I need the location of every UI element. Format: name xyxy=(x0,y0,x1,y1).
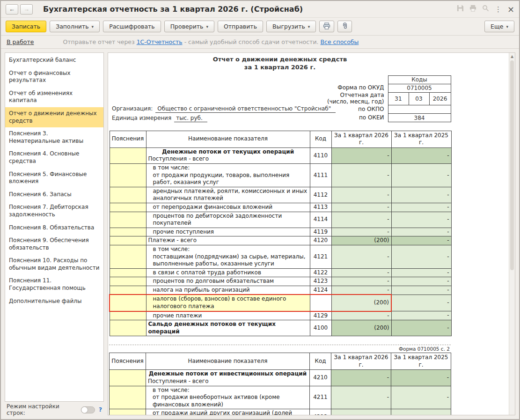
explanation-cell[interactable] xyxy=(110,163,146,187)
explanation-cell[interactable] xyxy=(110,236,146,245)
value-2026-cell[interactable]: - xyxy=(331,203,391,212)
value-2026-cell[interactable]: - xyxy=(331,147,391,163)
reporting-service-link[interactable]: 1С-Отчетность xyxy=(137,38,183,45)
sidebar-item[interactable]: Пояснения 6. Запасы xyxy=(5,188,103,201)
write-button[interactable]: Записать xyxy=(6,21,46,32)
value-2025-cell[interactable]: - xyxy=(391,147,451,163)
codes-value-cell[interactable]: 384 xyxy=(388,114,451,122)
sidebar-item[interactable]: Отчет об изменениях капитала xyxy=(5,87,103,107)
value-2025-cell[interactable]: - xyxy=(391,320,451,336)
value-2025-cell[interactable]: - xyxy=(391,187,451,203)
sidebar-item[interactable]: Пояснения 4. Основные средства xyxy=(5,147,103,168)
value-2026-cell[interactable]: - xyxy=(331,228,391,236)
all-methods-link[interactable]: Все способы xyxy=(320,38,359,45)
save-icon[interactable] xyxy=(457,5,464,14)
value-2025-cell[interactable]: - xyxy=(391,286,451,295)
value-2026-cell[interactable]: - xyxy=(331,386,391,409)
explanation-cell[interactable] xyxy=(110,245,146,268)
value-2025-cell[interactable]: - xyxy=(391,212,451,228)
sidebar-item[interactable]: Дополнительные файлы xyxy=(5,295,103,308)
value-2025-cell[interactable]: - xyxy=(391,370,451,386)
explanation-cell[interactable] xyxy=(110,286,146,295)
explanation-cell[interactable] xyxy=(110,187,146,203)
value-2026-cell[interactable]: - xyxy=(331,311,391,320)
unit-value[interactable]: тыс. руб. xyxy=(174,115,207,122)
codes-value-cell[interactable]: 03 xyxy=(409,92,429,105)
indicator-name-cell: Платежи - всего xyxy=(146,236,310,245)
scroll-up-icon[interactable]: ▲ xyxy=(509,53,515,59)
export-button[interactable]: Выгрузить▾ xyxy=(266,21,316,32)
organization-value[interactable]: Общество с ограниченной ответственностью… xyxy=(155,105,336,113)
close-icon[interactable]: × xyxy=(507,5,514,14)
send-button[interactable]: Отправить xyxy=(218,21,263,32)
value-2026-cell[interactable]: (200) xyxy=(331,236,391,245)
decode-button[interactable]: Расшифровать xyxy=(103,21,161,32)
value-2026-cell[interactable]: - xyxy=(331,286,391,295)
sidebar-item[interactable]: Пояснения 9. Обеспечения обязательств xyxy=(5,234,103,254)
value-2025-cell[interactable]: - xyxy=(391,245,451,268)
value-2026-cell[interactable]: (200) xyxy=(331,295,391,311)
explanation-cell[interactable] xyxy=(110,268,146,277)
codes-value-cell[interactable]: 2026 xyxy=(429,92,451,105)
help-link[interactable]: ? xyxy=(99,406,102,413)
value-2025-cell[interactable]: - xyxy=(391,311,451,320)
value-2026-cell[interactable]: - xyxy=(331,245,391,268)
sidebar-item[interactable]: Пояснения 5. Финансовые вложения xyxy=(5,168,103,188)
explanation-cell[interactable] xyxy=(110,228,146,236)
value-2026-cell[interactable]: - xyxy=(331,370,391,386)
check-button[interactable]: Проверить▾ xyxy=(164,21,214,32)
sidebar-item[interactable]: Пояснения 7. Дебиторская задолженность xyxy=(5,201,103,221)
explanation-cell[interactable] xyxy=(110,295,146,311)
explanation-cell[interactable] xyxy=(110,203,146,212)
explanation-cell[interactable] xyxy=(110,311,146,320)
sidebar-item[interactable]: Бухгалтерский баланс xyxy=(5,54,103,67)
value-2025-cell[interactable]: - xyxy=(391,409,451,415)
value-2026-cell[interactable]: - xyxy=(331,409,391,415)
explanation-cell[interactable] xyxy=(110,212,146,228)
sidebar-item[interactable]: Отчет о движении денежных средств xyxy=(5,107,103,127)
back-button[interactable]: ← xyxy=(6,4,18,15)
value-2026-cell[interactable]: (200) xyxy=(331,320,391,336)
explanation-cell[interactable] xyxy=(110,370,146,386)
value-2025-cell[interactable]: - xyxy=(391,228,451,236)
find-icon[interactable] xyxy=(482,5,489,14)
value-2025-cell[interactable]: - xyxy=(391,268,451,277)
attach-button[interactable] xyxy=(337,21,352,32)
explanation-cell[interactable] xyxy=(110,409,146,415)
value-2025-cell[interactable]: - xyxy=(391,295,451,311)
codes-value-cell[interactable] xyxy=(388,105,451,114)
value-2026-cell[interactable]: - xyxy=(331,163,391,187)
print-icon[interactable] xyxy=(469,5,476,14)
value-2025-cell[interactable]: - xyxy=(391,203,451,212)
value-2025-cell[interactable]: - xyxy=(391,163,451,187)
forward-button[interactable]: → xyxy=(20,4,33,15)
value-2025-cell[interactable]: - xyxy=(391,386,451,409)
sidebar-item[interactable]: Пояснения 3. Нематериальные активы xyxy=(5,127,103,147)
fill-button[interactable]: Заполнить▾ xyxy=(50,21,100,32)
print-button[interactable] xyxy=(319,21,334,32)
sidebar-item[interactable]: Пояснения 11. Государственная помощь xyxy=(5,274,103,295)
value-2026-cell[interactable]: - xyxy=(331,277,391,286)
explanation-cell[interactable] xyxy=(110,320,146,336)
vertical-scrollbar[interactable]: ▲ xyxy=(509,53,515,415)
explanation-cell[interactable] xyxy=(110,277,146,286)
scrollbar-thumb[interactable] xyxy=(510,60,514,270)
sidebar-item[interactable]: Пояснения 10. Расходы по обычным видам д… xyxy=(5,254,103,274)
codes-value-cell[interactable]: 0710005 xyxy=(388,84,451,92)
status-state-link[interactable]: В работе xyxy=(7,38,34,45)
value-2026-cell[interactable]: - xyxy=(331,268,391,277)
cash-flow-table-investing: ПоясненияНаименование показателяКодЗа 1 … xyxy=(109,353,451,415)
value-2025-cell[interactable]: - xyxy=(391,277,451,286)
sidebar-item[interactable]: Отчет о финансовых результатах xyxy=(5,67,103,87)
value-2025-cell[interactable]: - xyxy=(391,236,451,245)
more-button[interactable]: Еще▾ xyxy=(484,21,514,32)
indicator-name-cell: в том числе:от продажи продукции, товаро… xyxy=(146,163,310,187)
explanation-cell[interactable] xyxy=(110,147,146,163)
value-2026-cell[interactable]: - xyxy=(331,212,391,228)
codes-value-cell[interactable]: 31 xyxy=(388,92,409,105)
explanation-cell[interactable] xyxy=(110,386,146,409)
sidebar-item[interactable]: Пояснения 8. Обязательства xyxy=(5,221,103,235)
value-2026-cell[interactable]: - xyxy=(331,187,391,203)
more-menu-icon[interactable]: ⋮ xyxy=(495,5,502,14)
row-settings-toggle[interactable] xyxy=(81,406,95,413)
